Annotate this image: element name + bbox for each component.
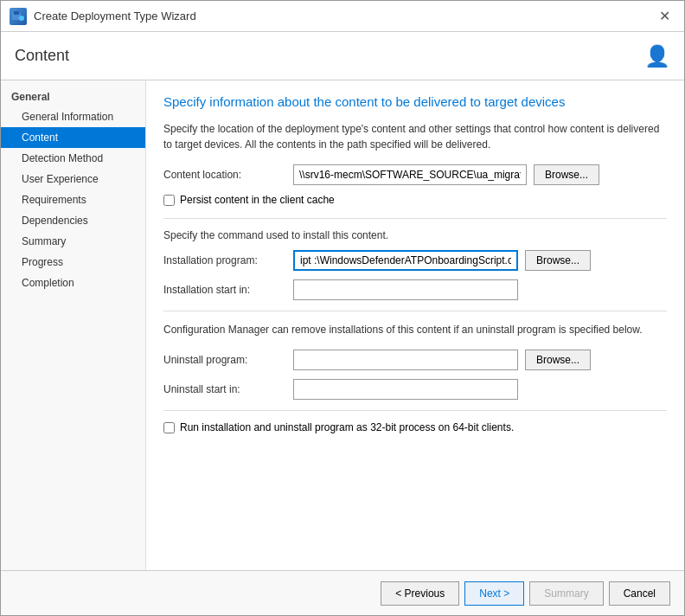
persist-cache-row: Persist content in the client cache (163, 194, 667, 206)
sidebar-item-progress[interactable]: Progress (1, 252, 145, 273)
close-button[interactable]: ✕ (654, 6, 675, 26)
window-title: Create Deployment Type Wizard (34, 10, 196, 22)
content-area: Specify information about the content to… (146, 80, 684, 570)
installation-program-row: Installation program: Browse... (163, 250, 667, 271)
install-section-label: Specify the command used to install this… (163, 229, 667, 241)
content-location-browse-button[interactable]: Browse... (534, 164, 599, 185)
persist-cache-checkbox[interactable] (163, 195, 175, 206)
title-bar-left: Create Deployment Type Wizard (10, 8, 196, 25)
content-location-input-group: Browse... (293, 164, 667, 185)
summary-button[interactable]: Summary (529, 581, 603, 606)
uninstall-start-in-label: Uninstall start in: (163, 383, 293, 395)
sidebar-item-requirements[interactable]: Requirements (1, 189, 145, 210)
installation-program-input[interactable] (293, 250, 518, 271)
uninstall-start-in-row: Uninstall start in: (163, 379, 667, 400)
sidebar-item-user-experience[interactable]: User Experience (1, 169, 145, 189)
svg-rect-1 (14, 11, 19, 15)
installation-program-input-group: Browse... (293, 250, 667, 271)
header-title: Content (15, 47, 69, 65)
title-bar: Create Deployment Type Wizard ✕ (1, 1, 684, 32)
section-divider-3 (163, 410, 667, 411)
content-location-label: Content location: (163, 169, 293, 181)
wizard-icon (10, 8, 27, 25)
section-divider-1 (163, 218, 667, 219)
sidebar-item-dependencies[interactable]: Dependencies (1, 210, 145, 231)
uninstall-program-input-group: Browse... (293, 350, 667, 370)
installation-start-in-row: Installation start in: (163, 279, 667, 300)
uninstall-start-in-input[interactable] (293, 379, 518, 400)
content-location-input[interactable] (293, 164, 527, 185)
content-description: Specify the location of the deployment t… (163, 121, 667, 152)
header-bar: Content 👤 (1, 32, 684, 80)
footer: < Previous Next > Summary Cancel (1, 570, 684, 615)
sidebar-item-detection-method[interactable]: Detection Method (1, 148, 145, 169)
uninstall-program-input[interactable] (293, 350, 518, 370)
installation-start-in-label: Installation start in: (163, 284, 293, 296)
uninstall-program-label: Uninstall program: (163, 354, 293, 366)
section-divider-2 (163, 311, 667, 311)
cancel-button[interactable]: Cancel (609, 581, 670, 606)
content-heading: Specify information about the content to… (163, 94, 667, 109)
previous-button[interactable]: < Previous (381, 581, 459, 606)
sidebar-item-summary[interactable]: Summary (1, 231, 145, 252)
uninstall-note: Configuration Manager can remove install… (163, 322, 667, 337)
sidebar-group-general: General (1, 87, 145, 106)
persist-cache-label[interactable]: Persist content in the client cache (180, 194, 335, 206)
installation-program-label: Installation program: (163, 254, 293, 266)
next-button[interactable]: Next > (464, 581, 524, 606)
uninstall-program-browse-button[interactable]: Browse... (525, 350, 591, 370)
wizard-window: Create Deployment Type Wizard ✕ Content … (0, 0, 685, 616)
svg-point-2 (19, 16, 24, 21)
main-content: General General Information Content Dete… (1, 80, 684, 570)
sidebar-item-general-information[interactable]: General Information (1, 106, 145, 127)
installation-program-browse-button[interactable]: Browse... (525, 250, 591, 271)
sidebar-item-completion[interactable]: Completion (1, 273, 145, 293)
uninstall-program-row: Uninstall program: Browse... (163, 350, 667, 370)
content-location-row: Content location: Browse... (163, 164, 667, 185)
sidebar: General General Information Content Dete… (1, 80, 146, 570)
32bit-label[interactable]: Run installation and uninstall program a… (180, 421, 514, 433)
installation-start-in-input[interactable] (293, 279, 518, 300)
32bit-checkbox[interactable] (163, 422, 175, 433)
person-icon: 👤 (644, 44, 670, 68)
sidebar-item-content[interactable]: Content (1, 127, 145, 148)
32bit-row: Run installation and uninstall program a… (163, 421, 667, 433)
